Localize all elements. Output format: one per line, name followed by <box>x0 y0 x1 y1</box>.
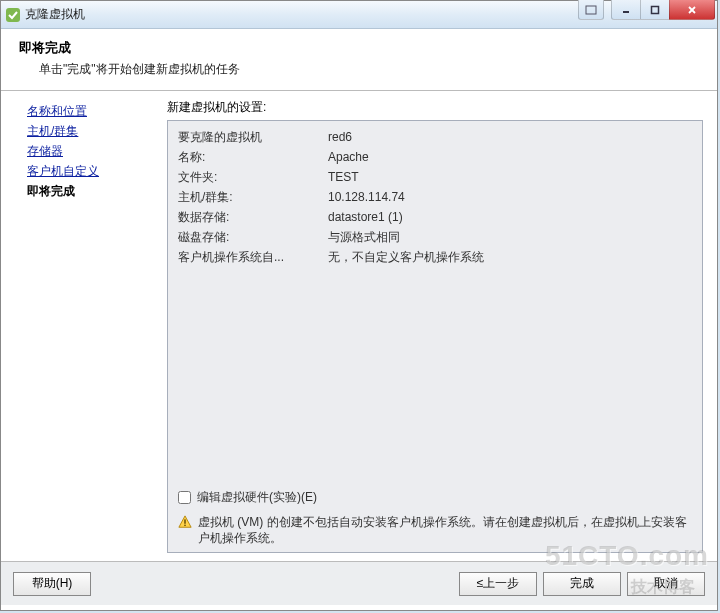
maximize-button[interactable] <box>640 0 670 20</box>
content-panel: 新建虚拟机的设置: 要克隆的虚拟机red6 名称:Apache 文件夹:TEST… <box>163 91 717 561</box>
cancel-button[interactable]: 取消 <box>627 572 705 596</box>
settings-heading: 新建虚拟机的设置: <box>167 99 703 116</box>
row-guest-os-custom: 客户机操作系统自...无，不自定义客户机操作系统 <box>178 247 692 267</box>
help-hint-button[interactable] <box>578 0 604 20</box>
page-subtitle: 单击"完成"将开始创建新虚拟机的任务 <box>39 61 703 78</box>
dialog-window: 克隆虚拟机 即将完成 单击"完成"将开始创建新虚拟机的任务 名称和位置 主机/群… <box>0 0 718 611</box>
warning-icon <box>178 514 192 529</box>
settings-table: 要克隆的虚拟机red6 名称:Apache 文件夹:TEST 主机/群集:10.… <box>178 127 692 267</box>
page-title: 即将完成 <box>19 39 703 57</box>
edit-hardware-checkbox-row[interactable]: 编辑虚拟硬件(实验)(E) <box>178 489 692 506</box>
row-disk-storage: 磁盘存储:与源格式相同 <box>178 227 692 247</box>
row-host: 主机/群集:10.128.114.74 <box>178 187 692 207</box>
row-datastore: 数据存储:datastore1 (1) <box>178 207 692 227</box>
step-storage[interactable]: 存储器 <box>27 141 163 161</box>
step-host-cluster[interactable]: 主机/群集 <box>27 121 163 141</box>
window-controls <box>579 0 715 20</box>
row-name: 名称:Apache <box>178 147 692 167</box>
edit-hardware-label: 编辑虚拟硬件(实验)(E) <box>197 489 317 506</box>
wizard-body: 名称和位置 主机/群集 存储器 客户机自定义 即将完成 新建虚拟机的设置: 要克… <box>1 91 717 561</box>
titlebar-title: 克隆虚拟机 <box>25 6 85 23</box>
step-name-location[interactable]: 名称和位置 <box>27 101 163 121</box>
svg-rect-8 <box>184 525 185 526</box>
edit-hardware-checkbox[interactable] <box>178 491 191 504</box>
wizard-steps: 名称和位置 主机/群集 存储器 客户机自定义 即将完成 <box>1 91 163 561</box>
wizard-footer: 帮助(H) ≤上一步 完成 取消 <box>1 561 717 605</box>
svg-rect-7 <box>184 519 185 523</box>
row-folder: 文件夹:TEST <box>178 167 692 187</box>
help-button[interactable]: 帮助(H) <box>13 572 91 596</box>
warning-text: 虚拟机 (VM) 的创建不包括自动安装客户机操作系统。请在创建虚拟机后，在虚拟机… <box>198 514 692 546</box>
svg-rect-1 <box>586 6 596 14</box>
back-button[interactable]: ≤上一步 <box>459 572 537 596</box>
titlebar[interactable]: 克隆虚拟机 <box>1 1 717 29</box>
warning-row: 虚拟机 (VM) 的创建不包括自动安装客户机操作系统。请在创建虚拟机后，在虚拟机… <box>178 514 692 546</box>
minimize-button[interactable] <box>611 0 641 20</box>
finish-button[interactable]: 完成 <box>543 572 621 596</box>
wizard-header: 即将完成 单击"完成"将开始创建新虚拟机的任务 <box>1 29 717 91</box>
close-button[interactable] <box>669 0 715 20</box>
app-icon <box>5 7 21 23</box>
svg-rect-3 <box>652 6 659 13</box>
svg-rect-0 <box>6 8 20 22</box>
row-source-vm: 要克隆的虚拟机red6 <box>178 127 692 147</box>
step-guest-custom[interactable]: 客户机自定义 <box>27 161 163 181</box>
step-ready-complete: 即将完成 <box>27 181 163 201</box>
settings-box: 要克隆的虚拟机red6 名称:Apache 文件夹:TEST 主机/群集:10.… <box>167 120 703 553</box>
